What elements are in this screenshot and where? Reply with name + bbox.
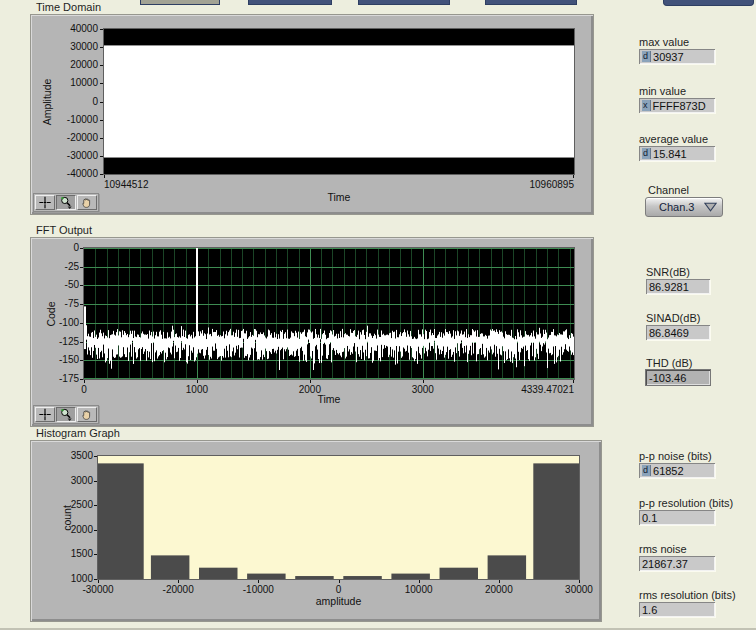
thd-label: THD (dB) <box>646 357 710 369</box>
thd-value[interactable]: -103.46 <box>646 370 710 385</box>
x-tick-label: 1000 <box>167 384 227 395</box>
channel-control: Channel Chan.3 <box>645 184 723 217</box>
labview-front-panel: Time Domain 400003000020000100000-10000-… <box>0 0 756 630</box>
zoom-tool-button[interactable] <box>56 195 76 210</box>
x-tick-mark <box>104 174 105 178</box>
y-tick-label: -175 <box>35 373 79 384</box>
y-axis-label: Amplitude <box>41 78 53 125</box>
crosshair-icon <box>38 196 52 209</box>
x-tick-label: -10000 <box>228 584 288 595</box>
snr-label: SNR(dB) <box>646 266 710 278</box>
x-tick-mark <box>178 579 179 583</box>
fft-panel: 0-25-50-75-100-125-150-175CodeTime010002… <box>30 237 594 427</box>
rms-resolution-value[interactable]: 1.6 <box>639 602 715 617</box>
radix-indicator[interactable]: d <box>642 465 651 476</box>
x-tick-label: 0 <box>309 584 369 595</box>
y-tick-label: 3000 <box>37 475 93 486</box>
graph-palette <box>33 405 99 424</box>
hand-icon <box>80 196 94 209</box>
rms-noise-value[interactable]: 21867.37 <box>639 556 715 571</box>
rms-resolution-text: 1.6 <box>642 604 657 616</box>
channel-dropdown[interactable]: Chan.3 <box>645 197 723 217</box>
y-tick-label: 20000 <box>38 59 98 70</box>
x-tick-mark <box>419 579 420 583</box>
fft-output-title: FFT Output <box>36 224 92 236</box>
time-domain-plot-area[interactable] <box>104 29 574 174</box>
cutoff-control-fragment <box>358 0 450 5</box>
pp-noise-control: p-p noise (bits) d 61852 <box>639 450 715 478</box>
y-tick-label: 3500 <box>37 450 93 461</box>
pan-tool-button[interactable] <box>77 407 97 422</box>
time-domain-panel: 400003000020000100000-10000-20000-30000-… <box>30 14 594 215</box>
x-axis-label: amplitude <box>98 595 579 607</box>
crosshair-icon <box>38 408 52 421</box>
pp-noise-text: 61852 <box>653 465 684 477</box>
max-value-text: 30937 <box>653 51 684 63</box>
radix-indicator[interactable]: d <box>642 148 651 159</box>
pp-noise-input[interactable]: d 61852 <box>639 463 715 478</box>
average-value-label: average value <box>639 133 715 145</box>
y-tick-label: -75 <box>35 298 79 309</box>
y-tick-label: -150 <box>35 354 79 365</box>
x-tick-label: -20000 <box>148 584 208 595</box>
sinad-value[interactable]: 86.8469 <box>646 325 710 340</box>
cutoff-control-fragment <box>663 0 754 6</box>
y-tick-label: 30000 <box>38 41 98 52</box>
average-value-input[interactable]: d 15.841 <box>639 146 715 161</box>
x-tick-mark <box>197 379 198 383</box>
average-value-text: 15.841 <box>653 148 687 160</box>
x-tick-mark <box>573 174 574 178</box>
magnifier-icon <box>59 196 73 209</box>
x-tick-label: 10000 <box>389 584 449 595</box>
y-tick-label: 40000 <box>38 23 98 34</box>
y-tick-label: -20000 <box>38 132 98 143</box>
x-tick-label: 30000 <box>549 584 609 595</box>
histogram-plot-area[interactable] <box>98 456 579 579</box>
pan-tool-button[interactable] <box>77 195 97 210</box>
sinad-text: 86.8469 <box>649 327 689 339</box>
y-tick-label: -30000 <box>38 150 98 161</box>
pp-resolution-value[interactable]: 0.1 <box>639 510 715 525</box>
magnifier-icon <box>59 408 73 421</box>
x-tick-label: 4339.47021 <box>494 384 574 395</box>
x-tick-mark <box>258 579 259 583</box>
x-tick-mark <box>579 579 580 583</box>
x-tick-label: 0 <box>54 384 114 395</box>
x-tick-mark <box>499 579 500 583</box>
x-tick-mark <box>98 579 99 583</box>
graph-palette <box>33 193 99 212</box>
x-axis-label: Time <box>104 191 574 203</box>
x-tick-label: 10944512 <box>104 179 184 190</box>
radix-indicator[interactable]: d <box>642 51 651 62</box>
y-tick-label: -100 <box>35 317 79 328</box>
y-axis-label: count <box>61 505 73 531</box>
y-tick-label: 1500 <box>37 548 93 559</box>
max-value-input[interactable]: d 30937 <box>639 49 715 64</box>
fft-plot-area[interactable] <box>84 248 574 379</box>
cursor-tool-button[interactable] <box>35 195 55 210</box>
x-tick-mark <box>339 579 340 583</box>
snr-text: 86.9281 <box>649 281 689 293</box>
sinad-label: SINAD(dB) <box>646 312 710 324</box>
min-value-text: FFFF873D <box>653 100 706 112</box>
zoom-tool-button[interactable] <box>56 407 76 422</box>
pp-resolution-label: p-p resolution (bits) <box>639 497 733 509</box>
average-value-control: average value d 15.841 <box>639 133 715 161</box>
snr-value[interactable]: 86.9281 <box>646 279 710 294</box>
y-tick-label: 0 <box>35 242 79 253</box>
x-tick-label: 2000 <box>280 384 340 395</box>
y-tick-label: -50 <box>35 279 79 290</box>
min-value-input[interactable]: x FFFF873D <box>639 98 715 113</box>
histogram-panel: 350030002500200015001000countamplitude-3… <box>30 440 602 622</box>
y-tick-label: 1000 <box>37 573 93 584</box>
radix-indicator[interactable]: x <box>642 100 651 111</box>
rms-noise-control: rms noise 21867.37 <box>639 543 715 571</box>
cursor-tool-button[interactable] <box>35 407 55 422</box>
sinad-control: SINAD(dB) 86.8469 <box>646 312 710 340</box>
rms-resolution-control: rms resolution (bits) 1.6 <box>639 589 736 617</box>
histogram-title: Histogram Graph <box>36 427 120 439</box>
pp-resolution-text: 0.1 <box>642 512 657 524</box>
snr-control: SNR(dB) 86.9281 <box>646 266 710 294</box>
cutoff-control-fragment <box>140 0 220 5</box>
hand-icon <box>80 408 94 421</box>
